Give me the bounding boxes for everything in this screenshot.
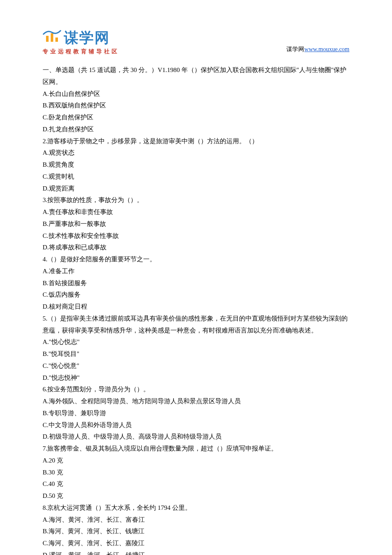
question-option: D."悦志悦神" xyxy=(43,372,349,384)
question-option: A.准备工作 xyxy=(43,266,349,278)
logo-title: 谋学网 xyxy=(64,30,110,45)
question-option: C.观赏时机 xyxy=(43,171,349,183)
exam-content: 一、单选题（共 15 道试题，共 30 分。）V1.1980 年（）保护区加入联… xyxy=(43,64,349,555)
question-option: B.首站接团服务 xyxy=(43,278,349,289)
question-option: D.扎龙自然保护区 xyxy=(43,124,349,136)
question-option: D.观赏距离 xyxy=(43,183,349,195)
question-stem: 4.（）是做好全陪服务的重要环节之一。 xyxy=(43,254,349,266)
question-option: C.卧龙自然保护区 xyxy=(43,112,349,124)
question-option: A.长白山自然保护区 xyxy=(43,88,349,100)
question-option: A.责任事故和非责任事故 xyxy=(43,206,349,218)
question-stem: 5.（）是指审美主体透过眼前或耳边具有审美价值的感性形象，在无目的中直观地领悟到… xyxy=(43,313,349,337)
question-option: A.海外领队、全程陪同导游员、地方陪同导游人员和景点景区导游人员 xyxy=(43,396,349,408)
question-stem: 3.按照事故的性质，事故分为（）。 xyxy=(43,194,349,206)
page-header: 谋学网 专业远程教育辅导社区 谋学网www.mouxue.com xyxy=(43,30,349,57)
question-option: C.海河、黄河、淮河、长江、嘉陵江 xyxy=(43,538,349,549)
question-stem: 8.京杭大运河贯通（）五大水系，全长约 1794 公里。 xyxy=(43,502,349,514)
question-option: A.20 克 xyxy=(43,455,349,467)
question-stem: 7.旅客携带金、银及其制品入境应以自用合理数量为限，超过（）应填写申报单证。 xyxy=(43,443,349,455)
question-stem: 2.游客移动于景物之中，步移景异，这是旅游审美中测（）方法的运用。（） xyxy=(43,136,349,147)
logo-icon xyxy=(43,30,61,45)
question-stem: 6.按业务范围划分，导游员分为（）。 xyxy=(43,384,349,396)
logo-subtitle: 专业远程教育辅导社区 xyxy=(43,47,119,57)
question-option: C.技术性事故和安全性事故 xyxy=(43,230,349,242)
site-reference: 谋学网www.mouxue.com xyxy=(286,44,349,57)
question-option: C."悦心悦意" xyxy=(43,360,349,372)
question-option: A."悦心悦志" xyxy=(43,336,349,348)
question-option: B.30 克 xyxy=(43,467,349,479)
site-link[interactable]: www.mouxue.com xyxy=(304,46,349,52)
question-option: D.漯河、黄河、淮河、长江、钱塘江 xyxy=(43,549,349,555)
question-option: B.观赏角度 xyxy=(43,159,349,171)
section-intro: 一、单选题（共 15 道试题，共 30 分。）V xyxy=(43,66,162,73)
question-option: C.40 克 xyxy=(43,478,349,490)
question-option: B.严重事故和一般事故 xyxy=(43,218,349,230)
question-option: D.核对商定日程 xyxy=(43,301,349,313)
question-option: B."悦耳悦目" xyxy=(43,348,349,360)
document-page: 谋学网 专业远程教育辅导社区 谋学网www.mouxue.com 一、单选题（共… xyxy=(0,0,392,555)
section-intro-line: 一、单选题（共 15 道试题，共 30 分。）V1.1980 年（）保护区加入联… xyxy=(43,64,349,88)
question-option: C.饭店内服务 xyxy=(43,289,349,301)
question-option: D.初级导游人员、中级导游人员、高级导游人员和特级导游人员 xyxy=(43,431,349,443)
question-option: D.50 克 xyxy=(43,490,349,502)
question-option: D.将成事故和已成事故 xyxy=(43,242,349,254)
site-label: 谋学网 xyxy=(286,46,304,52)
question-option: A.观赏状态 xyxy=(43,147,349,159)
question-option: B.海河、黄河、淮河、长江、钱塘江 xyxy=(43,526,349,538)
logo-top: 谋学网 xyxy=(43,30,119,45)
question-option: B.专职导游、兼职导游 xyxy=(43,408,349,419)
question-option: C.中文导游人员和外语导游人员 xyxy=(43,419,349,431)
question-option: A.海河、黄河、淮河、长江、富春江 xyxy=(43,514,349,526)
logo-block: 谋学网 专业远程教育辅导社区 xyxy=(43,30,119,57)
question-option: B.西双版纳自然保护区 xyxy=(43,100,349,112)
